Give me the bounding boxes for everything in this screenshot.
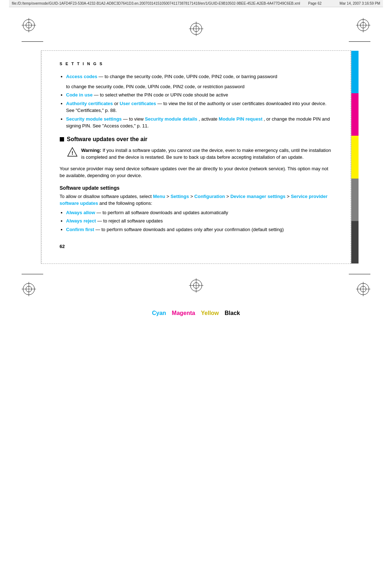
page-number: 62 xyxy=(60,244,333,249)
doc-container: S e t t i n g s Access codes — to change… xyxy=(41,50,351,264)
color-bar-black: Black xyxy=(222,309,243,317)
bullet-access-codes: Access codes — to change the security co… xyxy=(66,73,333,80)
warning-label: Warning: xyxy=(81,148,102,153)
bullet-always-reject: Always reject — to reject all software u… xyxy=(66,217,333,225)
center-reg-mark-bottom xyxy=(189,278,203,293)
body-para2-gt2: > xyxy=(190,194,194,199)
color-tab-gray xyxy=(351,179,359,221)
hrule-top-left xyxy=(22,41,43,42)
browser-bar: file:/D:/temp/overmode/GUID-1AFD4F23-530… xyxy=(9,0,383,7)
link-settings[interactable]: Settings xyxy=(171,194,189,199)
bullet-authority-certs: Authority certificates or User certifica… xyxy=(66,100,333,114)
color-bar-cyan: Cyan xyxy=(149,309,169,317)
link-always-reject[interactable]: Always reject xyxy=(66,218,96,224)
bullet-or-text: or xyxy=(114,101,120,106)
bullet-security-view-text: — to view xyxy=(123,116,145,122)
bullet-always-reject-text: — to reject all software updates xyxy=(97,218,163,224)
indent-text-password: to change the security code, PIN code, U… xyxy=(66,83,333,90)
body-para2-suffix: and the following options: xyxy=(99,201,152,206)
color-tabs xyxy=(351,51,359,264)
color-bar-bottom: Cyan Magenta Yellow Black xyxy=(0,309,392,317)
color-tab-cyan xyxy=(351,51,359,93)
color-tab-yellow xyxy=(351,136,359,178)
reg-marks-top xyxy=(0,7,392,50)
body-para2: To allow or disallow software updates, s… xyxy=(60,193,333,207)
left-reg-mark-top xyxy=(22,18,36,33)
subheading-update-settings: Software update settings xyxy=(60,185,333,191)
link-configuration[interactable]: Configuration xyxy=(194,194,225,199)
bullet-list-main: Access codes — to change the security co… xyxy=(66,73,333,80)
bullet-access-codes-text: — to change the security code, PIN code,… xyxy=(99,74,277,79)
browser-date: Mar 14, 2007 3:16:59 PM xyxy=(339,1,380,5)
color-bar-yellow: Yellow xyxy=(198,309,222,317)
svg-text:!: ! xyxy=(71,150,73,156)
link-menu[interactable]: Menu xyxy=(153,194,165,199)
color-tab-dark xyxy=(351,221,359,264)
warning-icon: ! xyxy=(67,147,78,158)
link-authority-certs[interactable]: Authority certificates xyxy=(66,101,113,106)
body-para2-prefix: To allow or disallow software updates, s… xyxy=(60,194,153,199)
black-square-icon xyxy=(60,137,64,141)
bullet-security-module: Security module settings — to view Secur… xyxy=(66,116,333,130)
link-module-pin-request[interactable]: Module PIN request xyxy=(219,116,262,122)
page-outer: file:/D:/temp/overmode/GUID-1AFD4F23-530… xyxy=(0,0,392,317)
bullet-confirm-first: Confirm first — to perform software down… xyxy=(66,226,333,233)
reg-marks-bottom xyxy=(0,264,392,307)
link-code-in-use[interactable]: Code in use xyxy=(66,92,93,98)
bullet-code-in-use: Code in use — to select whether the PIN … xyxy=(66,91,333,99)
body-para2-gt3: > xyxy=(226,194,230,199)
bullet-list-update-options: Always allow — to perform all software d… xyxy=(66,209,333,233)
link-user-certs[interactable]: User certificates xyxy=(120,101,156,106)
bullet-code-in-use-text: — to select whether the PIN code or UPIN… xyxy=(94,92,228,98)
link-security-module-settings[interactable]: Security module settings xyxy=(66,116,122,122)
link-confirm-first[interactable]: Confirm first xyxy=(66,227,94,232)
hrule-top-right xyxy=(349,41,370,42)
body-para1: Your service provider may send device so… xyxy=(60,165,333,179)
warning-box: ! Warning: If you install a software upd… xyxy=(67,147,333,161)
bullet-list-code-certs: Code in use — to select whether the PIN … xyxy=(66,91,333,130)
body-para2-gt1: > xyxy=(166,194,170,199)
h2-software-updates-title: Software updates over the air xyxy=(67,136,148,143)
left-reg-mark-bottom xyxy=(22,282,36,297)
browser-page-info: Page 62 xyxy=(308,1,321,5)
hrule-bottom-left xyxy=(22,274,43,274)
center-reg-mark-top xyxy=(189,22,203,36)
warning-text-content: Warning: If you install a software updat… xyxy=(81,147,333,161)
right-reg-mark-bottom xyxy=(356,282,370,297)
body-para2-gt4: > xyxy=(287,194,291,199)
h2-software-updates: Software updates over the air xyxy=(60,136,333,143)
bullet-security-activate-text: , activate xyxy=(199,116,219,122)
link-security-module-details[interactable]: Security module details xyxy=(145,116,197,122)
bullet-confirm-first-text: — to perform software downloads and upda… xyxy=(95,227,284,232)
color-bar-magenta: Magenta xyxy=(169,309,198,317)
link-always-allow[interactable]: Always allow xyxy=(66,210,95,215)
right-reg-mark-top xyxy=(356,18,370,33)
bullet-always-allow-text: — to perform all software downloads and … xyxy=(96,210,228,215)
warning-body: If you install a software update, you ca… xyxy=(81,148,331,160)
bullet-always-allow: Always allow — to perform all software d… xyxy=(66,209,333,216)
browser-filepath: file:/D:/temp/overmode/GUID-1AFD4F23-530… xyxy=(12,1,300,5)
color-tab-magenta xyxy=(351,93,359,136)
link-device-manager[interactable]: Device manager settings xyxy=(230,194,285,199)
link-access-codes[interactable]: Access codes xyxy=(66,74,98,79)
hrule-bottom-right xyxy=(349,274,370,274)
section-heading: S e t t i n g s xyxy=(60,62,333,66)
